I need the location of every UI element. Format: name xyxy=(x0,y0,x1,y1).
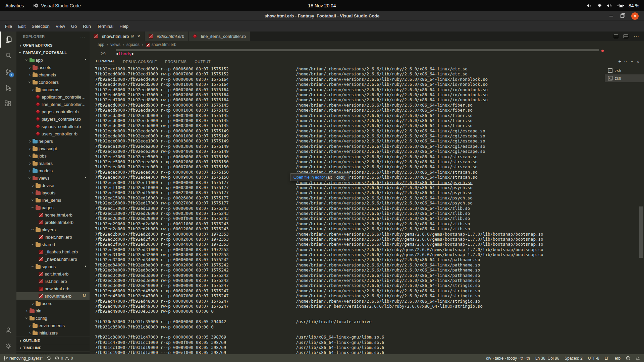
open-editors-section[interactable]: OPEN EDITORS xyxy=(16,42,90,49)
editor-tab[interactable]: show.html.erb M xyxy=(90,32,145,41)
extensions-activity-button[interactable] xyxy=(0,96,16,112)
tree-item[interactable]: javascript xyxy=(16,145,90,152)
menu-item[interactable]: Help xyxy=(116,22,131,31)
panel-tab[interactable]: DEBUG CONSOLE xyxy=(123,60,157,64)
panel-tab[interactable]: TERMINAL xyxy=(95,59,115,64)
encoding-setting[interactable]: UTF-8 xyxy=(588,356,599,361)
customize-layout-button[interactable] xyxy=(624,35,628,38)
sync-changes-button[interactable] xyxy=(47,356,51,360)
tree-item[interactable]: devise xyxy=(16,182,90,189)
titlebar[interactable]: show.html.erb - Fantasy_Footaball - Visu… xyxy=(0,11,644,21)
tree-item[interactable]: models xyxy=(16,167,90,174)
tree-item[interactable]: layouts xyxy=(16,189,90,196)
explorer-more-actions-button[interactable]: ··· xyxy=(80,34,86,39)
workspace-section[interactable]: FANTASY_FOOTABALL xyxy=(16,49,90,56)
breadcrumb-item[interactable]: squads xyxy=(120,42,140,47)
terminal-line[interactable]: 7fb92ecee000-7fb92ecf1000 r--p 00000000 … xyxy=(95,180,605,185)
sidebar-section[interactable]: OUTLINE xyxy=(16,337,90,344)
indentation-setting[interactable]: Spaces: 2 xyxy=(565,356,582,361)
tree-item[interactable]: bin xyxy=(16,307,90,314)
tree-item[interactable]: players xyxy=(16,226,90,233)
terminal-profile-dropdown-icon[interactable] xyxy=(624,61,629,63)
tree-item[interactable]: squads • xyxy=(16,263,90,270)
tree-item[interactable]: players_controller.rb xyxy=(16,115,90,123)
tree-item[interactable]: environments xyxy=(16,322,90,329)
notifications-button[interactable] xyxy=(636,356,640,361)
close-tab-button[interactable] xyxy=(137,34,140,39)
menu-item[interactable]: Selection xyxy=(29,22,52,31)
tree-item[interactable]: application_controller.rb xyxy=(16,93,90,101)
maximize-panel-button[interactable] xyxy=(629,61,634,63)
tree-item[interactable]: profile.html.erb xyxy=(16,219,90,226)
menu-item[interactable]: Terminal xyxy=(94,22,116,31)
tree-item[interactable]: _flashes.html.erb xyxy=(16,248,90,255)
cursor-position[interactable]: Ln 38, Col 86 xyxy=(535,356,559,361)
search-activity-button[interactable] xyxy=(0,48,16,64)
panel-tab[interactable]: PROBLEMS xyxy=(165,60,186,64)
accounts-button[interactable] xyxy=(0,322,16,338)
restore-button[interactable] xyxy=(621,14,624,18)
terminal-list-item[interactable]: zsh xyxy=(605,74,644,82)
tree-item[interactable]: concerns xyxy=(16,86,90,93)
activities-button[interactable]: Activities xyxy=(5,3,24,8)
git-branch-item[interactable]: removing_players* xyxy=(3,356,43,361)
explorer-activity-button[interactable] xyxy=(0,32,16,48)
tree-item[interactable]: views • xyxy=(16,174,90,182)
clock[interactable]: 18 Nov 20:04 xyxy=(308,3,336,8)
menu-item[interactable]: Go xyxy=(68,22,80,31)
tree-item[interactable]: helpers xyxy=(16,137,90,145)
breadcrumb-item[interactable]: app xyxy=(98,42,104,47)
tree-item[interactable]: config xyxy=(16,314,90,322)
run-debug-activity-button[interactable] xyxy=(0,80,16,96)
focused-app-indicator[interactable]: Visual Studio Code xyxy=(33,3,81,8)
sidebar-section[interactable]: NPM SCRIPTS xyxy=(16,351,90,354)
settings-button[interactable] xyxy=(0,338,16,354)
wifi-icon[interactable] xyxy=(597,3,602,8)
tree-item[interactable]: pages xyxy=(16,204,90,211)
minimize-button[interactable] xyxy=(609,16,613,16)
terminal-list-item[interactable]: zsh xyxy=(605,67,644,74)
panel-tab[interactable]: OUTPUT xyxy=(195,60,211,64)
breadcrumb-item[interactable]: views xyxy=(104,42,120,47)
tree-item[interactable]: pages_controller.rb xyxy=(16,108,90,115)
tree-item[interactable]: list.html.erb xyxy=(16,278,90,285)
tree-item[interactable]: users_controller.rb xyxy=(16,130,90,137)
language-mode[interactable]: erb xyxy=(615,356,621,361)
source-control-activity-button[interactable]: 1 xyxy=(0,64,16,80)
editor-viewport[interactable]: 29 <tbody> xyxy=(90,48,644,58)
menu-item[interactable]: File xyxy=(2,22,15,31)
editor-tab[interactable]: index.html.erb xyxy=(145,32,189,41)
battery-charging-icon[interactable] xyxy=(617,3,624,8)
tree-item[interactable]: users xyxy=(16,300,90,307)
tree-item[interactable]: edit.html.erb xyxy=(16,270,90,278)
tree-item[interactable]: controllers xyxy=(16,78,90,86)
tree-item[interactable]: index.html.erb xyxy=(16,233,90,241)
tree-item[interactable]: channels xyxy=(16,71,90,78)
volume-icon[interactable] xyxy=(607,3,612,8)
feedback-button[interactable] xyxy=(626,356,630,360)
tree-item[interactable]: shared xyxy=(16,241,90,248)
tree-item[interactable]: assets xyxy=(16,64,90,71)
breadcrumb-item[interactable]: show.html.erb xyxy=(140,42,176,47)
tree-item[interactable]: home.html.erb xyxy=(16,211,90,219)
sidebar-section[interactable]: TIMELINE xyxy=(16,344,90,351)
tree-item[interactable]: app • xyxy=(16,56,90,64)
close-button[interactable]: × xyxy=(631,12,639,20)
tree-item[interactable]: line_items xyxy=(16,196,90,204)
menu-item[interactable]: Edit xyxy=(15,22,29,31)
tree-item[interactable]: line_items_controller.rb xyxy=(16,101,90,108)
open-file-link[interactable]: Open file in editor xyxy=(293,175,325,180)
terminal-output[interactable]: 7fb92eccf000-7fb92ecd0000 r--p 00006000 … xyxy=(90,66,605,354)
editor-tab[interactable]: line_items_controller.rb xyxy=(189,32,250,41)
eol-setting[interactable]: LF xyxy=(605,356,609,361)
tree-item[interactable]: squads_controller.rb xyxy=(16,123,90,130)
tree-item[interactable]: show.html.erb M xyxy=(16,292,90,300)
menu-item[interactable]: Run xyxy=(80,22,94,31)
close-panel-button[interactable] xyxy=(637,59,639,64)
split-editor-button[interactable] xyxy=(614,35,618,38)
tree-item[interactable]: _navbar.html.erb xyxy=(16,255,90,263)
tree-item[interactable]: jobs xyxy=(16,152,90,160)
horizontal-scrollbar[interactable] xyxy=(116,49,599,51)
tree-item[interactable]: new.html.erb xyxy=(16,285,90,292)
menu-item[interactable]: View xyxy=(53,22,68,31)
